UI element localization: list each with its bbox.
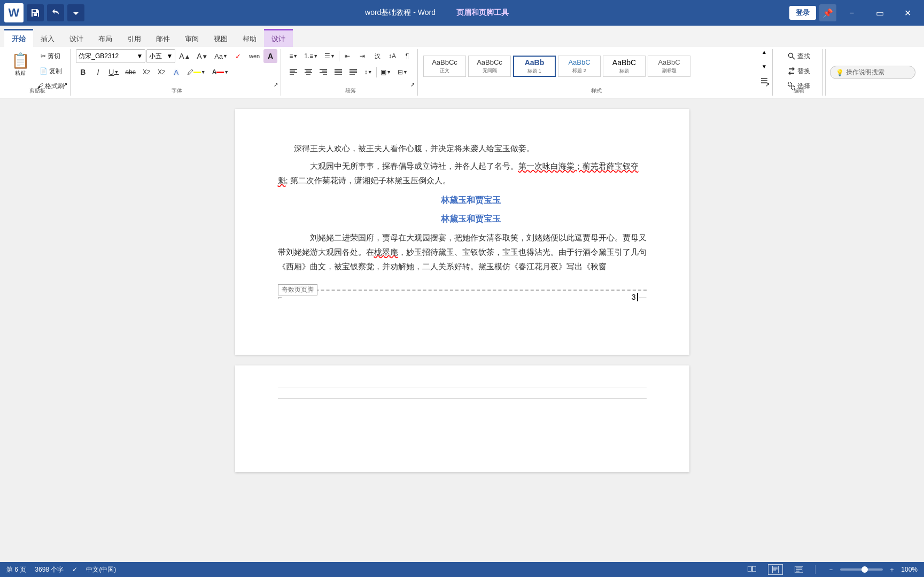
tab-design[interactable]: 设计 — [62, 29, 91, 47]
clipboard-group: 📋 粘贴 ✂ 剪切 📄 复制 🖌 格式刷 剪贴板 ↗ — [4, 49, 71, 96]
increase-indent-btn[interactable]: ⇥ — [355, 49, 369, 63]
tab-help[interactable]: 帮助 — [235, 29, 264, 47]
login-button[interactable]: 登录 — [789, 6, 816, 20]
tab-layout[interactable]: 布局 — [91, 29, 120, 47]
tab-mail[interactable]: 邮件 — [149, 29, 177, 47]
tab-references[interactable]: 引用 — [120, 29, 149, 47]
style-normal[interactable]: AaBbCc 正文 — [423, 56, 466, 77]
paragraph-2: 大观园中无所事事，探春倡导成立诗社，并各人起了名号。第一次咏白海棠；蘅芜君薛宝钗… — [278, 159, 647, 188]
tab-start[interactable]: 开始 — [4, 29, 33, 47]
style-no-spacing[interactable]: AaBbCc 无间隔 — [468, 56, 511, 77]
align-left-btn[interactable] — [286, 65, 300, 79]
close-btn[interactable]: ✕ — [895, 4, 920, 21]
text-effect-btn[interactable]: A — [169, 65, 183, 79]
editing-group: 查找 替换 选择 编辑 — [775, 49, 823, 96]
highlight-btn[interactable]: 🖊 ▼ — [184, 65, 208, 79]
font-color-btn[interactable]: A ▼ — [209, 65, 232, 79]
style-heading1[interactable]: AaBb 标题 1 — [513, 56, 556, 77]
page-content-1[interactable]: 深得王夫人欢心，被王夫人看作心腹，并决定将来袭人给宝玉做妾。 大观园中无所事事，… — [278, 141, 647, 274]
styles-scroll-down[interactable]: ▼ — [759, 61, 769, 71]
borders-btn[interactable]: ⊟▼ — [395, 65, 410, 79]
subscript-btn[interactable]: X2 — [139, 65, 153, 79]
quick-access-more-btn[interactable] — [67, 4, 84, 21]
shrink-font-btn[interactable]: A▼ — [194, 49, 211, 63]
underlined-text-1: 第一次咏白海棠；蘅芜君薛宝钗夺魁 — [278, 161, 639, 185]
strikethrough-btn[interactable]: abc — [122, 65, 138, 79]
font-group-label: 字体 — [73, 87, 281, 95]
tab-view[interactable]: 视图 — [206, 29, 235, 47]
zoom-out-btn[interactable]: － — [824, 563, 838, 576]
numbered-list-btn[interactable]: 1.≡▼ — [301, 49, 321, 63]
show-marks-btn[interactable]: ¶ — [400, 49, 414, 63]
paste-label: 粘贴 — [15, 69, 26, 77]
zoom-level[interactable]: 100% — [901, 566, 918, 573]
bold-btn[interactable]: B — [76, 65, 90, 79]
help-search-input[interactable]: 💡 操作说明搜索 — [830, 66, 915, 79]
multi-level-list-btn[interactable]: ☰▼ — [322, 49, 338, 63]
pin-window-btn[interactable]: 📌 — [819, 4, 836, 21]
footer-bracket-right: — — [639, 293, 647, 301]
zoom-thumb — [861, 566, 868, 573]
copy-btn[interactable]: 📄 复制 — [34, 64, 67, 78]
change-case-btn[interactable]: Aa▼ — [212, 49, 230, 63]
chapter-title-2: 林黛玉和贾宝玉 — [278, 212, 647, 227]
decrease-indent-btn[interactable]: ⇤ — [340, 49, 354, 63]
clear-format-btn[interactable]: ✓ — [231, 49, 245, 63]
web-layout-btn[interactable] — [791, 564, 806, 575]
paragraph-expander[interactable]: ↗ — [409, 81, 416, 88]
tab-insert[interactable]: 插入 — [33, 29, 62, 47]
justify-btn[interactable] — [331, 65, 345, 79]
style-subtitle[interactable]: AaBbC 副标题 — [648, 56, 690, 77]
grow-font-btn[interactable]: A▲ — [176, 49, 193, 63]
footer-page-number: 3 — — [632, 293, 647, 301]
tab-header-design[interactable]: 设计 — [264, 29, 293, 47]
chinese-layout-btn[interactable]: 汉 — [370, 49, 384, 63]
footer-area[interactable]: ⌐ 3 — — [278, 291, 647, 323]
font-name-selector[interactable]: 仿宋_GB2312 ▼ — [76, 49, 145, 63]
svg-rect-25 — [788, 83, 791, 86]
font-options-btn[interactable]: A — [263, 49, 277, 63]
sort-btn[interactable]: ↕A — [385, 49, 399, 63]
pinyin-btn[interactable]: wen — [246, 49, 262, 63]
tab-review[interactable]: 审阅 — [177, 29, 206, 47]
align-center-btn[interactable] — [301, 65, 315, 79]
minimize-btn[interactable]: － — [840, 4, 864, 21]
document-title: word基础教程 - Word 页眉和页脚工具 — [84, 8, 789, 18]
status-bar: 第 6 页 3698 个字 ✓ 中文(中国) － ＋ 100% — [0, 562, 924, 577]
font-size-selector[interactable]: 小五 ▼ — [146, 49, 175, 63]
italic-btn[interactable]: I — [91, 65, 105, 79]
font-expander[interactable]: ↗ — [272, 81, 279, 88]
shading-btn[interactable]: ▣▼ — [378, 65, 394, 79]
status-right: － ＋ 100% — [744, 563, 918, 576]
styles-scroll-up[interactable]: ▲ — [759, 47, 769, 57]
print-layout-btn[interactable] — [768, 564, 783, 575]
distributed-btn[interactable] — [346, 65, 360, 79]
footer-section: 奇数页页脚 ⌐ 3 — — [278, 290, 647, 323]
underline-btn[interactable]: U▼ — [106, 65, 121, 79]
undo-btn[interactable] — [47, 4, 64, 21]
paste-btn[interactable]: 📋 粘贴 — [7, 49, 33, 79]
read-view-btn[interactable] — [744, 564, 759, 575]
svg-point-23 — [788, 53, 793, 58]
bullet-list-btn[interactable]: ≡▼ — [286, 49, 300, 63]
style-heading2[interactable]: AaBbC 标题 2 — [558, 56, 601, 77]
paragraph-group-label: 段落 — [283, 87, 417, 95]
page-count: 第 6 页 — [6, 565, 26, 574]
line-spacing-btn[interactable]: ↕▼ — [361, 65, 375, 79]
quick-save-btn[interactable] — [27, 4, 44, 21]
cut-btn[interactable]: ✂ 剪切 — [34, 49, 67, 63]
find-btn[interactable]: 查找 — [778, 49, 819, 63]
zoom-controls: － ＋ 100% — [824, 563, 918, 576]
document-page-2 — [235, 365, 689, 472]
replace-btn[interactable]: 替换 — [778, 64, 819, 78]
clipboard-expander[interactable]: ↗ — [61, 81, 69, 88]
svg-line-24 — [792, 57, 795, 60]
align-right-btn[interactable] — [316, 65, 330, 79]
zoom-in-btn[interactable]: ＋ — [885, 563, 899, 576]
style-title[interactable]: AaBbC 标题 — [603, 56, 646, 77]
styles-expander[interactable]: ↗ — [764, 81, 771, 88]
page2-header-line2 — [278, 398, 647, 399]
zoom-slider[interactable] — [840, 568, 883, 571]
superscript-btn[interactable]: X2 — [154, 65, 168, 79]
maximize-btn[interactable]: ▭ — [867, 4, 892, 21]
